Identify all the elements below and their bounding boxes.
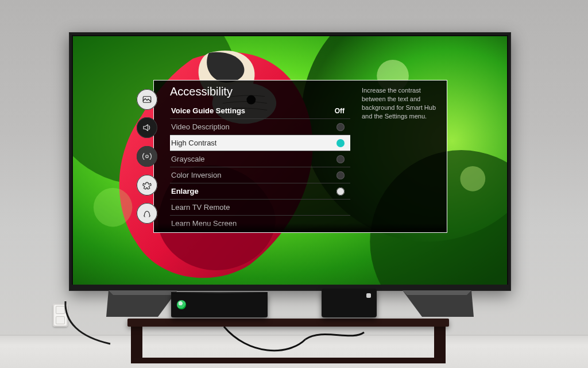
game-console — [171, 292, 268, 317]
streaming-box — [322, 289, 377, 317]
menu-item-voice-guide-settings[interactable]: Voice Guide SettingsOff — [170, 103, 350, 119]
menu-item-enlarge[interactable]: Enlarge — [170, 183, 350, 200]
wall-outlet — [53, 304, 68, 327]
svg-point-8 — [460, 166, 485, 191]
menu-item-label: Learn TV Remote — [171, 203, 230, 212]
room-photo: Accessibility Voice Guide SettingsOffVid… — [0, 0, 588, 368]
tv-screen: Accessibility Voice Guide SettingsOffVid… — [73, 36, 507, 287]
toggle-indicator — [336, 123, 345, 131]
menu-item-value: Off — [335, 107, 345, 115]
menu-item-label: Voice Guide Settings — [171, 106, 245, 115]
settings-overlay: Accessibility Voice Guide SettingsOffVid… — [153, 80, 447, 233]
rail-sound-icon[interactable] — [137, 117, 157, 138]
svg-point-7 — [94, 188, 133, 227]
rail-broadcast-icon[interactable] — [137, 146, 157, 167]
toggle-indicator — [336, 155, 345, 163]
svg-point-10 — [146, 155, 149, 158]
toggle-indicator — [336, 139, 345, 147]
menu-item-video-description[interactable]: Video Description — [170, 119, 350, 135]
settings-panel: Accessibility Voice Guide SettingsOffVid… — [154, 80, 356, 232]
bottom-fade — [154, 223, 447, 232]
menu-item-label: Video Description — [171, 122, 230, 131]
toggle-indicator — [336, 187, 345, 195]
menu-item-label: High Contrast — [171, 139, 216, 147]
menu-item-label: Enlarge — [171, 187, 199, 195]
toggle-indicator — [336, 171, 345, 179]
menu-item-grayscale[interactable]: Grayscale — [170, 151, 350, 167]
rail-general-icon[interactable] — [137, 175, 157, 195]
panel-title: Accessibility — [170, 85, 350, 98]
item-description: Increase the contrast between the text a… — [356, 80, 447, 232]
menu-item-label: Grayscale — [171, 155, 205, 163]
menu-item-learn-tv-remote[interactable]: Learn TV Remote — [170, 200, 350, 216]
menu-item-high-contrast[interactable]: High Contrast — [170, 135, 350, 151]
tv-frame: Accessibility Voice Guide SettingsOffVid… — [69, 32, 511, 291]
rail-picture-icon[interactable] — [137, 89, 157, 110]
menu-item-label: Color Inversion — [171, 171, 221, 179]
rail-support-icon[interactable] — [137, 203, 157, 224]
menu-item-color-inversion[interactable]: Color Inversion — [170, 167, 350, 183]
